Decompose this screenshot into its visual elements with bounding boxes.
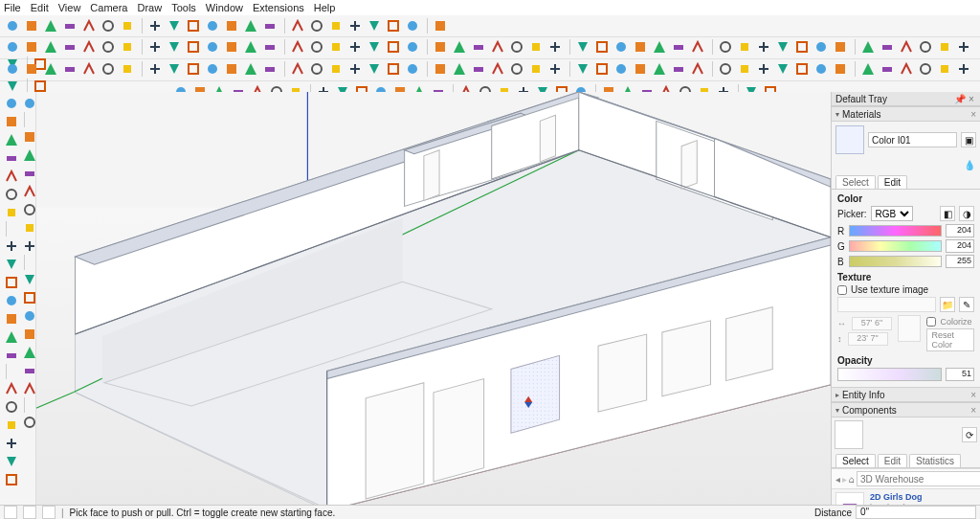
toolbar1-btn-17[interactable]: [346, 17, 364, 34]
toolbar2-btn-32[interactable]: [651, 38, 668, 56]
component-thumb[interactable]: [835, 420, 863, 449]
toolbar3-btn-18[interactable]: [366, 60, 383, 78]
toolbar2-btn-31[interactable]: [632, 38, 649, 56]
tool-btn-18[interactable]: [3, 453, 19, 469]
toolbar3-btn-0[interactable]: [4, 60, 21, 78]
toolbar2-btn-40[interactable]: [813, 38, 830, 56]
create-material-icon[interactable]: ▣: [961, 132, 976, 147]
materials-tab-select[interactable]: Select: [835, 175, 876, 189]
tool-btn-10[interactable]: [3, 292, 19, 308]
toolbar2-btn-1[interactable]: [23, 38, 40, 56]
toolbar2-btn-16[interactable]: [327, 38, 345, 56]
toolbar3-btn-13[interactable]: [261, 60, 278, 78]
tool-btn-26[interactable]: [21, 219, 37, 236]
toolbar2-btn-39[interactable]: [793, 38, 811, 56]
tool-btn-3[interactable]: [3, 149, 19, 166]
toolbar2-btn-24[interactable]: [489, 38, 506, 56]
tool-btn-31[interactable]: [21, 326, 37, 342]
toolbar2-btn-15[interactable]: [308, 38, 325, 56]
toolbar3-btn-22[interactable]: [451, 60, 468, 78]
model-viewport[interactable]: [36, 92, 831, 506]
colorize-checkbox[interactable]: Colorize: [926, 317, 974, 327]
tool-btn-30[interactable]: [21, 307, 37, 324]
menu-ext[interactable]: Extensions: [253, 2, 304, 13]
toolbar3-btn-19[interactable]: [385, 60, 402, 78]
toolbar3-btn-16[interactable]: [327, 60, 345, 78]
toolbar2-btn-43[interactable]: [879, 38, 896, 56]
edit-texture-icon[interactable]: ✎: [959, 297, 974, 312]
toolbar3-btn-26[interactable]: [527, 60, 545, 78]
toolbar3-btn-17[interactable]: [346, 60, 364, 78]
menu-tools[interactable]: Tools: [171, 2, 196, 13]
menu-window[interactable]: Window: [206, 2, 243, 13]
toolbar3-btn-7[interactable]: [146, 60, 164, 78]
texture-height[interactable]: 23' 7": [848, 332, 888, 346]
toolbar3-btn-1[interactable]: [23, 60, 40, 78]
toolbar3-btn-38[interactable]: [774, 60, 791, 78]
warehouse-results[interactable]: 2D Girls Dogby SketchUpUse the Interact …: [832, 489, 980, 506]
toolbar2-btn-10[interactable]: [204, 38, 221, 56]
match-screen-icon[interactable]: ◑: [959, 206, 974, 221]
tool-btn-12[interactable]: [3, 328, 19, 345]
toolbar1-btn-9[interactable]: [185, 17, 202, 34]
menu-draw[interactable]: Draw: [137, 2, 162, 13]
opacity-slider[interactable]: [837, 368, 942, 381]
toolbar3-btn-8[interactable]: [166, 60, 183, 78]
tool-btn-33[interactable]: [21, 362, 37, 378]
toolbar2-btn-3[interactable]: [61, 38, 78, 56]
toolbar2-btn-44[interactable]: [898, 38, 915, 56]
tray-close-icon[interactable]: ×: [967, 94, 976, 104]
entity-info-header[interactable]: ▸ Entity Info ×: [832, 387, 980, 402]
toolbar3-btn-11[interactable]: [223, 60, 240, 78]
reset-color-button[interactable]: Reset Color: [926, 328, 974, 351]
result-item[interactable]: 2D Girls Dogby SketchUpUse the Interact …: [832, 489, 980, 506]
picker-select[interactable]: RGB: [871, 206, 913, 221]
r-slider[interactable]: [849, 225, 942, 237]
toolbar3-btn-5[interactable]: [100, 60, 117, 78]
tool-btn-34[interactable]: [21, 380, 37, 396]
toolbar3-btn-35[interactable]: [717, 60, 734, 78]
toolbar2-btn-36[interactable]: [736, 38, 753, 56]
toolbar1-btn-21[interactable]: [432, 17, 449, 34]
toolbar1-btn-4[interactable]: [80, 17, 98, 34]
g-slider[interactable]: [849, 240, 942, 252]
menu-help[interactable]: Help: [314, 2, 336, 13]
toolbar3-btn-41[interactable]: [832, 60, 849, 78]
tool-btn-7[interactable]: [3, 237, 19, 254]
toolbar2-btn-4[interactable]: [80, 38, 98, 56]
toolbar3-btn-24[interactable]: [489, 60, 506, 78]
home-icon[interactable]: ⌂: [849, 474, 855, 485]
vcb-input[interactable]: 0": [856, 506, 976, 519]
toolbar1-btn-3[interactable]: [61, 17, 78, 34]
toolbar1-btn-5[interactable]: [100, 17, 117, 34]
toolbar3-btn-37[interactable]: [755, 60, 772, 78]
toolbar2-btn-17[interactable]: [346, 38, 364, 56]
toolbar2-btn-11[interactable]: [223, 38, 240, 56]
components-tab-select[interactable]: Select: [835, 454, 876, 467]
toolbar2-btn-30[interactable]: [612, 38, 630, 56]
toolbar2-btn-8[interactable]: [166, 38, 183, 56]
toolbar3-btn-33[interactable]: [670, 60, 687, 78]
toolbar2-btn-38[interactable]: [774, 38, 791, 56]
tool-btn-4[interactable]: [3, 168, 19, 184]
toolbar1-btn-0[interactable]: [4, 17, 21, 34]
toolbar1-btn-1[interactable]: [23, 17, 40, 34]
section-close-icon[interactable]: ×: [970, 390, 976, 400]
section-close-icon[interactable]: ×: [970, 405, 976, 416]
toolbar2-btn-41[interactable]: [832, 38, 849, 56]
menu-view[interactable]: View: [58, 2, 81, 13]
tool-btn-29[interactable]: [21, 289, 37, 305]
use-texture-checkbox[interactable]: Use texture image: [837, 284, 974, 295]
components-tab-edit[interactable]: Edit: [878, 454, 907, 467]
toolbar3-btn-23[interactable]: [470, 60, 487, 78]
components-header[interactable]: ▾ Components ×: [832, 402, 980, 417]
toolbar1-btn-8[interactable]: [166, 17, 183, 34]
toolbar3-btn-43[interactable]: [879, 60, 896, 78]
tool-btn-6[interactable]: [3, 204, 19, 220]
tool-btn-0[interactable]: [3, 95, 19, 111]
toolbar1-btn-18[interactable]: [366, 17, 383, 34]
section-close-icon[interactable]: ×: [970, 109, 976, 120]
toolbar3-btn-32[interactable]: [651, 60, 668, 78]
toolbar3-btn-9[interactable]: [185, 60, 202, 78]
material-swatch[interactable]: [835, 125, 864, 154]
